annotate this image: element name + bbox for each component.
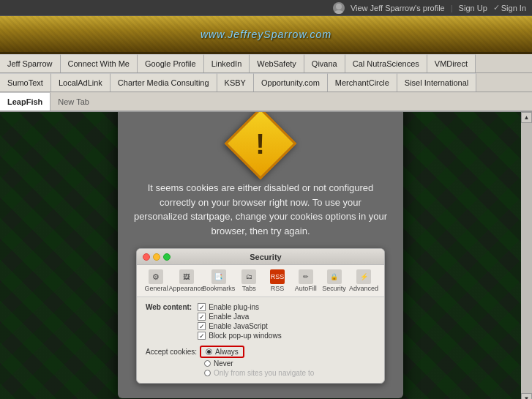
scroll-up-arrow[interactable]: ▲ xyxy=(521,112,532,123)
top-bar: View Jeff Sparrow's profile | Sign Up ✓ … xyxy=(0,0,532,16)
accept-cookies-label: Accept cookies: xyxy=(146,348,197,356)
scroll-down-arrow[interactable]: ▼ xyxy=(521,393,532,399)
checkbox-javascript[interactable]: ✓ xyxy=(198,322,206,330)
divider: | xyxy=(451,4,453,12)
nav-tab-sisel[interactable]: Sisel International xyxy=(397,73,476,92)
web-content-section: Web content: ✓ Enable plug-ins ✓ Enable … xyxy=(146,303,375,341)
security-toolbar: ⚙ General 🖼 Appearance 📑 Bookmarks 🗂 Tab… xyxy=(137,265,384,297)
rss-icon: RSS xyxy=(270,269,285,284)
checkbox-javascript-label: Enable JavaScript xyxy=(209,322,268,330)
bookmarks-icon: 📑 xyxy=(211,269,226,284)
checkbox-row-popup: ✓ Block pop-up windows xyxy=(198,332,282,340)
security-body: Web content: ✓ Enable plug-ins ✓ Enable … xyxy=(137,297,384,383)
nav-tabs: Jeff Sparrow Connect With Me Google Prof… xyxy=(0,54,532,112)
only-from-label: Only from sites you navigate to xyxy=(214,369,314,377)
nav-row-1: Jeff Sparrow Connect With Me Google Prof… xyxy=(0,54,532,73)
checkbox-row-javascript: ✓ Enable JavaScript xyxy=(198,322,282,330)
checkbox-java[interactable]: ✓ xyxy=(198,313,206,321)
nav-tab-charter[interactable]: Charter Media Consulting xyxy=(110,73,217,92)
security-settings-panel: Security ⚙ General 🖼 Appearance 📑 Bookma… xyxy=(136,248,385,384)
appearance-icon: 🖼 xyxy=(179,269,194,284)
window-min-btn[interactable] xyxy=(153,253,160,261)
advanced-icon: ⚡ xyxy=(356,269,371,284)
scrollbar-right: ▲ ▼ xyxy=(521,112,532,399)
nav-tab-merchantcircle[interactable]: MerchantCircle xyxy=(328,73,397,92)
warning-icon-container: ! xyxy=(235,118,286,169)
nav-tab-sumotext[interactable]: SumoText xyxy=(0,73,51,92)
window-close-btn[interactable] xyxy=(143,253,150,261)
scroll-track-right xyxy=(521,123,532,393)
tabs-icon: 🗂 xyxy=(241,269,256,284)
only-from-row: Only from sites you navigate to xyxy=(146,369,375,377)
never-row: Never xyxy=(146,359,375,368)
nav-tab-cal-nutra[interactable]: Cal NutraSciences xyxy=(345,54,427,72)
svg-point-0 xyxy=(336,4,342,10)
nav-tab-leapfish[interactable]: LeapFish xyxy=(0,92,50,111)
warning-message: It seems cookies are either disabled or … xyxy=(132,181,389,238)
only-from-radio[interactable] xyxy=(204,370,211,376)
checkbox-row-plugins: ✓ Enable plug-ins xyxy=(198,303,282,311)
nav-tab-localadlink[interactable]: LocalAdLink xyxy=(51,73,110,92)
signin-link[interactable]: ✓ Sign In xyxy=(493,3,526,12)
nav-tab-websafety[interactable]: WebSafety xyxy=(250,54,304,72)
security-titlebar: Security xyxy=(137,249,384,265)
security-tool-rss[interactable]: RSS RSS xyxy=(264,269,291,292)
main-area: ! It seems cookies are either disabled o… xyxy=(0,112,532,399)
never-label: Never xyxy=(214,359,233,368)
checkmark-icon: ✓ xyxy=(493,3,500,12)
web-content-checkboxes: ✓ Enable plug-ins ✓ Enable Java ✓ Enable… xyxy=(198,303,282,341)
nav-tab-vmdirect[interactable]: VMDirect xyxy=(427,54,476,72)
security-icon: 🔒 xyxy=(327,269,342,284)
nav-tab-qivana[interactable]: Qivana xyxy=(304,54,345,72)
autofill-icon: ✏ xyxy=(299,269,313,284)
avatar xyxy=(333,2,345,14)
security-tool-tabs[interactable]: 🗂 Tabs xyxy=(236,269,263,292)
warning-diamond-icon: ! xyxy=(225,112,297,179)
security-tool-autofill[interactable]: ✏ AutoFill xyxy=(292,269,319,292)
signup-link[interactable]: Sign Up xyxy=(459,4,487,12)
warning-exclaim: ! xyxy=(255,130,265,158)
nav-row-3: LeapFish New Tab xyxy=(0,92,532,111)
nav-tab-opportunity[interactable]: Opportunity.com xyxy=(254,73,328,92)
nav-row-2: SumoText LocalAdLink Charter Media Consu… xyxy=(0,73,532,92)
always-radio[interactable] xyxy=(206,348,212,355)
never-radio[interactable] xyxy=(204,360,211,367)
general-icon: ⚙ xyxy=(149,269,163,284)
security-tool-advanced[interactable]: ⚡ Advanced xyxy=(349,269,378,292)
accept-cookies-row: Accept cookies: Always xyxy=(146,346,375,358)
security-tool-bookmarks[interactable]: 📑 Bookmarks xyxy=(203,269,234,292)
main-content: ! It seems cookies are either disabled o… xyxy=(0,112,521,399)
nav-tab-ksby[interactable]: KSBY xyxy=(217,73,254,92)
nav-tab-jeff-sparrow[interactable]: Jeff Sparrow xyxy=(0,54,61,72)
nav-tab-linkedin[interactable]: LinkedIn xyxy=(204,54,250,72)
security-tool-security[interactable]: 🔒 Security xyxy=(321,269,348,292)
checkbox-popup[interactable]: ✓ xyxy=(198,332,206,340)
nav-tab-connect[interactable]: Connect With Me xyxy=(61,54,138,72)
nav-tab-new-tab[interactable]: New Tab xyxy=(50,95,97,108)
web-content-label: Web content: xyxy=(146,303,192,311)
profile-link[interactable]: View Jeff Sparrow's profile xyxy=(351,4,445,12)
security-title: Security xyxy=(173,253,358,261)
window-max-btn[interactable] xyxy=(163,253,171,261)
checkbox-popup-label: Block pop-up windows xyxy=(209,332,282,340)
security-tool-general[interactable]: ⚙ General xyxy=(143,269,170,292)
nav-tab-google-profile[interactable]: Google Profile xyxy=(138,54,204,72)
header-banner: www.JeffreySparrow.com xyxy=(0,16,532,54)
accept-cookies-box: Always xyxy=(200,346,244,358)
checkbox-row-java: ✓ Enable Java xyxy=(198,313,282,321)
security-tool-appearance[interactable]: 🖼 Appearance xyxy=(171,269,202,292)
svg-point-1 xyxy=(334,10,343,14)
header-url: www.JeffreySparrow.com xyxy=(201,29,331,40)
warning-dialog: ! It seems cookies are either disabled o… xyxy=(118,112,403,398)
checkbox-plugins[interactable]: ✓ xyxy=(198,303,206,311)
checkbox-plugins-label: Enable plug-ins xyxy=(209,303,259,311)
always-label: Always xyxy=(215,348,239,356)
checkbox-java-label: Enable Java xyxy=(209,313,249,321)
